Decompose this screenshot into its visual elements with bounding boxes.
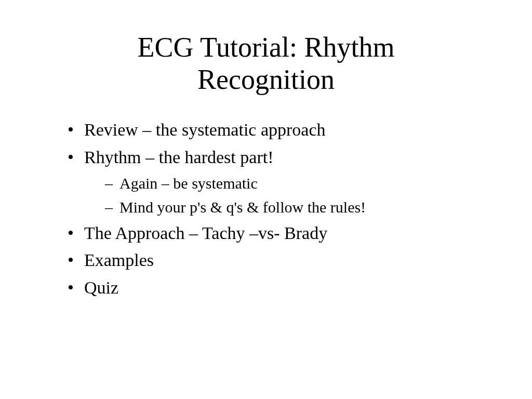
bullet-item: Review – the systematic approach — [68, 116, 485, 144]
sub-item: Again – be systematic — [105, 171, 485, 196]
sub-item: Mind your p's & q's & follow the rules! — [105, 195, 485, 220]
bullet-text: Rhythm – the hardest part! — [84, 148, 273, 167]
bullet-item: The Approach – Tachy –vs- Brady — [68, 220, 485, 247]
bullet-text: Review – the systematic approach — [84, 120, 326, 139]
sub-text: Again – be systematic — [119, 175, 258, 192]
bullet-item: Examples — [68, 247, 485, 274]
bullet-item: Quiz — [68, 274, 485, 302]
slide-title: ECG Tutorial: Rhythm Recognition — [47, 31, 485, 96]
bullet-text: Quiz — [84, 278, 118, 297]
bullet-text: Examples — [84, 250, 154, 270]
bullet-item: Rhythm – the hardest part! Again – be sy… — [68, 144, 485, 220]
sub-list: Again – be systematic Mind your p's & q'… — [84, 171, 485, 220]
sub-text: Mind your p's & q's & follow the rules! — [119, 198, 366, 216]
bullet-list: Review – the systematic approach Rhythm … — [47, 116, 485, 301]
bullet-text: The Approach – Tachy –vs- Brady — [84, 223, 327, 243]
